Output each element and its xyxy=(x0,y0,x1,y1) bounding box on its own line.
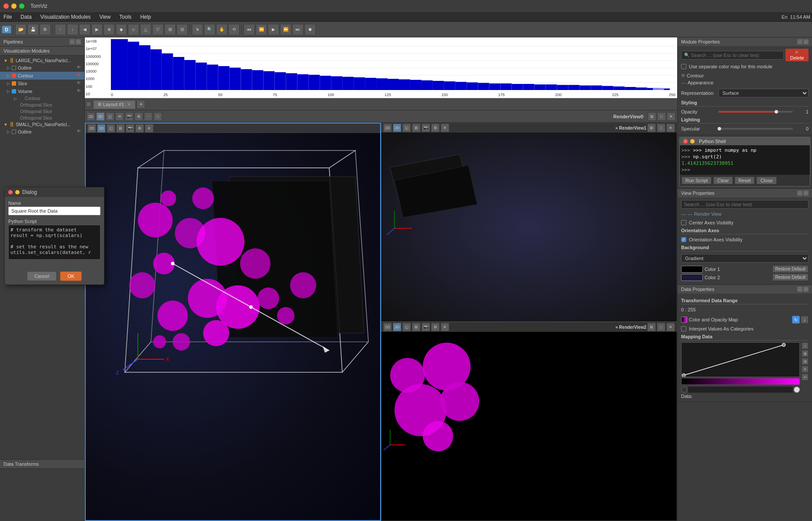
ps-close-btn[interactable] xyxy=(683,139,688,144)
toolbar-btn-3[interactable]: ◀ xyxy=(79,24,90,35)
mp-icon-1[interactable]: − xyxy=(797,39,802,44)
ctrl-pt-1[interactable] xyxy=(681,387,687,393)
tr-cam-btn[interactable]: 📷 xyxy=(421,124,430,132)
toolbar-btn-next[interactable]: ⏩ xyxy=(280,24,291,35)
dialog-close-btn[interactable] xyxy=(8,190,13,194)
br-close-btn[interactable]: ✕ xyxy=(441,323,449,331)
render-view-top-right[interactable]: 2D 3D ◱ ⊞ 📷 ⚙ ✕ » RenderView1 ⊞ □ ✕ xyxy=(381,123,677,322)
separate-colormap-row[interactable]: Use separate color map for this module xyxy=(681,63,809,70)
dialog-script-textarea[interactable]: # transform the dataset result = np.sqrt… xyxy=(8,225,100,260)
mp-icon-2[interactable]: □ xyxy=(803,39,809,44)
toolbar-btn-play[interactable]: ▶ xyxy=(268,24,279,35)
representation-select[interactable]: Surface xyxy=(718,89,809,97)
toolbar-btn-record[interactable]: ⏺ xyxy=(304,24,316,35)
tree-item-large[interactable]: ▼ 🗄 LARGE_PtCu_NanoParticl... xyxy=(0,57,84,64)
toolbar-btn-reset[interactable]: ⟲ xyxy=(228,24,240,35)
main-set-btn[interactable]: ⚙ xyxy=(135,124,144,133)
map-btn-3[interactable]: ⊟ xyxy=(802,358,809,365)
toolbar-btn-save[interactable]: 💾 xyxy=(27,24,39,35)
vp-search-input[interactable] xyxy=(681,200,809,209)
tree-item-volume1[interactable]: ▷ Volume 👁 xyxy=(0,87,84,95)
tr-v3[interactable]: ✕ xyxy=(666,124,675,132)
main-close-btn[interactable]: ✕ xyxy=(145,124,154,133)
interpret-categories-checkbox[interactable] xyxy=(681,326,686,331)
dialog[interactable]: Dialog Name Python Script # transform th… xyxy=(4,187,104,285)
orientation-axes-row[interactable]: ✓ Orientation Axes Visibility xyxy=(681,236,809,243)
opacity-slider-track[interactable] xyxy=(718,111,793,113)
toolbar-btn-begin[interactable]: ⏮ xyxy=(244,24,255,35)
dialog-ok-button[interactable]: OK xyxy=(60,271,82,281)
view-btn-maximize[interactable]: □ xyxy=(154,112,162,121)
menu-view[interactable]: View xyxy=(98,13,113,21)
background-type-select[interactable]: Gradient xyxy=(681,254,809,263)
view-btn-v2[interactable]: □ xyxy=(657,112,666,121)
dialog-cancel-button[interactable]: Cancel xyxy=(27,271,57,281)
toolbar-btn-10[interactable]: ⊞ xyxy=(164,24,176,35)
separate-colormap-checkbox[interactable] xyxy=(681,64,686,69)
tree-item-ortho1[interactable]: Orthogonal Slice xyxy=(0,102,84,108)
toolbar-btn-11[interactable]: ⊟ xyxy=(177,24,188,35)
reset-button[interactable]: Reset xyxy=(735,177,755,184)
main-expand-btn[interactable]: ⊞ xyxy=(116,124,125,133)
view-btn-screenshot[interactable]: 📷 xyxy=(125,112,134,121)
render-view-bottom-right[interactable]: 2D 3D ◱ ⊞ 📷 ⚙ ✕ » RenderView2 ⊞ □ ✕ xyxy=(381,322,677,521)
cop-download-btn[interactable]: ↓ xyxy=(801,316,809,324)
color2-swatch[interactable] xyxy=(681,274,703,281)
br-expand-btn[interactable]: ⊞ xyxy=(412,323,421,331)
clear-button[interactable]: Clear xyxy=(713,177,732,184)
center-axes-row[interactable]: Center Axes Visibility xyxy=(681,219,809,226)
tr-3d-btn[interactable]: 3D xyxy=(393,124,401,132)
br-v1[interactable]: ⊞ xyxy=(647,323,656,331)
view-btn-2d[interactable]: 2D xyxy=(87,112,95,121)
toolbar-btn-5[interactable]: ⊕ xyxy=(104,24,115,35)
br-more-btn[interactable]: ◱ xyxy=(402,323,411,331)
color2-restore-button[interactable]: Restore Default xyxy=(772,274,809,281)
vp-icon-1[interactable]: − xyxy=(797,190,802,196)
center-axes-checkbox[interactable] xyxy=(681,220,686,225)
eye-icon-3[interactable]: 👁 xyxy=(77,80,83,87)
tree-item-ortho3[interactable]: Orthogonal Slice xyxy=(0,115,84,121)
view-btn-3d[interactable]: 3D xyxy=(96,112,105,121)
view-btn-orient[interactable]: ◱ xyxy=(106,112,114,121)
map-btn-2[interactable]: ⊞ xyxy=(802,350,809,357)
toolbar-btn-8[interactable]: △ xyxy=(140,24,151,35)
ctrl-pt-2[interactable] xyxy=(794,387,800,393)
br-v2[interactable]: □ xyxy=(657,323,665,331)
tree-item-slice1[interactable]: ▷ Slice 👁 xyxy=(0,80,84,87)
br-v3[interactable]: ✕ xyxy=(666,323,675,331)
cop-refresh-btn[interactable]: ↻ xyxy=(792,316,800,324)
view-btn-settings[interactable]: ⚙ xyxy=(134,112,143,121)
eye-icon-2[interactable]: 👁 xyxy=(77,73,83,79)
mp-search-input[interactable] xyxy=(691,53,781,58)
map-btn-4[interactable]: ≡ xyxy=(802,366,809,373)
br-2d-btn[interactable]: 2D xyxy=(383,323,392,331)
orientation-axes-checkbox[interactable]: ✓ xyxy=(681,237,686,242)
tab-close-icon[interactable]: ✕ xyxy=(127,102,131,107)
eye-icon-1[interactable]: 👁 xyxy=(77,65,83,71)
specular-slider[interactable] xyxy=(718,128,793,130)
tr-set-btn[interactable]: ⚙ xyxy=(431,124,440,132)
close-shell-button[interactable]: Close xyxy=(756,177,776,184)
interpret-categories-row[interactable]: Interpret Values As Categories xyxy=(681,325,809,332)
opacity-slider-thumb[interactable] xyxy=(775,110,778,114)
tree-item-outline2[interactable]: ▷ Outline 👁 xyxy=(0,128,84,136)
tr-v2[interactable]: □ xyxy=(657,124,665,132)
tree-item-small[interactable]: ▼ 🗄 SMALL_PtCu_NanoParticl... xyxy=(0,121,84,128)
main-cam-btn[interactable]: 📷 xyxy=(126,124,134,133)
toolbar-btn-9[interactable]: ▽ xyxy=(152,24,164,35)
toolbar-btn-pan[interactable]: ✋ xyxy=(216,24,227,35)
ps-min-btn[interactable] xyxy=(690,139,695,144)
view-btn-more[interactable]: ⋯ xyxy=(144,112,153,121)
main-more-btn[interactable]: ◱ xyxy=(107,124,115,133)
toolbar-btn-zoom[interactable]: 🔍 xyxy=(204,24,215,35)
vp-icon-2[interactable]: □ xyxy=(803,190,809,196)
dp-icon-1[interactable]: − xyxy=(797,287,802,292)
toolbar-btn-open[interactable]: 📂 xyxy=(15,24,27,35)
spec-slider-thumb[interactable] xyxy=(718,127,721,130)
toolbar-btn-4[interactable]: ▶ xyxy=(91,24,103,35)
close-button[interactable] xyxy=(3,3,9,9)
menu-data[interactable]: Data xyxy=(19,13,33,21)
toolbar-btn-prev[interactable]: ⏪ xyxy=(256,24,267,35)
mp-search-box[interactable]: 🔍 xyxy=(681,51,784,60)
toolbar-btn-interact[interactable]: 🖱 xyxy=(192,24,203,35)
